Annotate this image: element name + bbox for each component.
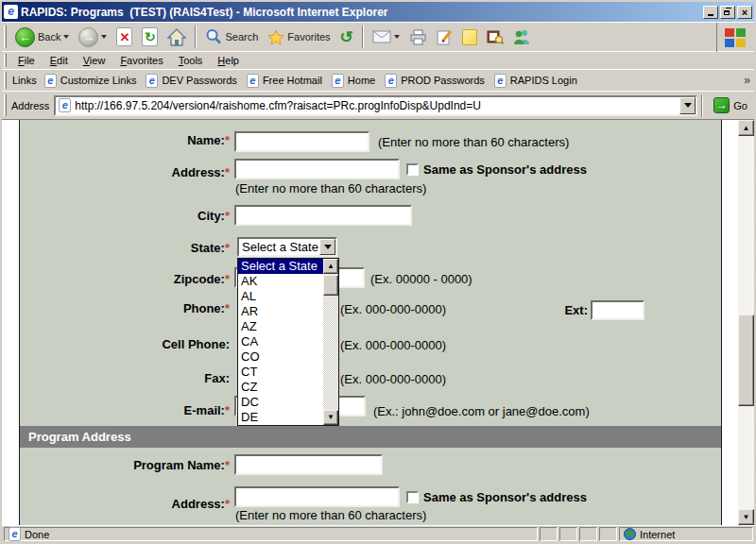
refresh-button[interactable]: ↻ (137, 25, 163, 50)
home-button[interactable] (163, 25, 191, 50)
name-hint: (Enter no more than 60 characters) (378, 135, 569, 149)
state-option[interactable]: Select a State (238, 259, 323, 274)
same-as-sponsor-label: Same as Sponsor's address (423, 162, 587, 177)
close-button[interactable]: × (737, 6, 752, 19)
zipcode-hint: (Ex. 00000 - 0000) (370, 272, 472, 286)
restore-icon (724, 10, 730, 15)
linksbar-grab-handle[interactable] (4, 72, 7, 89)
search-label: Search (225, 31, 258, 42)
state-option[interactable]: AK (238, 274, 323, 289)
menu-help[interactable]: Help (210, 53, 247, 68)
discuss-button[interactable] (457, 25, 482, 50)
link-dev-passwords[interactable]: eDEV Passwords (144, 74, 244, 88)
scroll-down-button[interactable]: ▼ (323, 410, 338, 425)
favorites-button[interactable]: Favorites (263, 25, 335, 50)
menu-favorites[interactable]: Favorites (112, 53, 170, 68)
scroll-up-button[interactable]: ▲ (323, 259, 338, 274)
same-as-sponsor-checkbox-2[interactable] (406, 491, 419, 503)
forward-icon: → (78, 27, 98, 47)
back-button[interactable]: ← Back (10, 25, 74, 50)
chevron-down-icon (324, 245, 332, 249)
phone-hint: (Ex. 000-000-0000) (340, 302, 446, 316)
menu-tools[interactable]: Tools (171, 53, 211, 68)
address-input[interactable] (234, 159, 400, 179)
globe-icon (624, 528, 636, 540)
menubar-grab-handle[interactable] (4, 54, 7, 67)
ie-page-icon: e (332, 74, 344, 88)
minimize-button[interactable] (703, 6, 718, 19)
program-form: Name:* (Enter no more than 60 characters… (19, 120, 722, 525)
history-button[interactable]: ↺ (335, 25, 358, 50)
ie-page-icon: e (494, 74, 507, 88)
search-button[interactable]: Search (200, 25, 263, 50)
mail-icon (372, 30, 391, 43)
zipcode-label: Zipcode:* (20, 272, 230, 286)
state-option[interactable]: CZ (238, 380, 323, 395)
stop-button[interactable]: ✕ (112, 25, 137, 50)
edit-button[interactable] (432, 25, 457, 50)
menu-bar: File Edit View Favorites Tools Help (2, 51, 754, 69)
same-as-sponsor-label-2: Same as Sponsor's address (423, 490, 587, 504)
ie-page-icon: e (9, 527, 21, 541)
program-name-input[interactable] (234, 454, 383, 475)
back-dropdown-icon (63, 35, 69, 39)
ext-label: Ext: (511, 303, 588, 317)
links-overflow-chevron[interactable]: » (740, 74, 754, 87)
city-input[interactable] (234, 205, 412, 226)
state-option[interactable]: CT (238, 365, 323, 380)
windows-logo-icon (724, 26, 747, 48)
page-scrollbar[interactable]: ▲ ▼ (738, 120, 754, 525)
scroll-up-button[interactable]: ▲ (738, 120, 754, 136)
state-select-arrow-button[interactable] (319, 239, 335, 255)
state-option[interactable]: AZ (238, 319, 323, 334)
go-button[interactable]: → Go (707, 97, 754, 113)
city-label: City:* (20, 209, 230, 223)
home-icon (167, 28, 186, 46)
state-option[interactable]: DC (238, 395, 323, 410)
link-free-hotmail[interactable]: eFree Hotmail (245, 74, 330, 88)
forward-button[interactable]: → (74, 25, 112, 50)
print-button[interactable] (404, 25, 432, 50)
mail-button[interactable] (368, 25, 404, 50)
state-option[interactable]: AL (238, 289, 323, 304)
stop-icon: ✕ (116, 27, 132, 46)
state-select[interactable]: Select a State (237, 237, 337, 257)
cell-phone-hint: (Ex. 000-000-0000) (340, 338, 446, 352)
edit-icon (437, 29, 453, 45)
restore-button[interactable] (720, 6, 735, 19)
name-input[interactable] (234, 131, 369, 152)
back-icon: ← (15, 27, 35, 47)
state-option[interactable]: CA (238, 334, 323, 349)
addressbar-grab-handle[interactable] (4, 94, 7, 116)
address-field[interactable]: e http://166.97.5.204/version4/raishome.… (54, 95, 697, 116)
research-button[interactable] (482, 25, 508, 50)
same-as-sponsor-checkbox[interactable] (406, 163, 419, 176)
scrollbar-thumb[interactable] (323, 275, 338, 296)
scrollbar-thumb[interactable] (738, 314, 754, 406)
address-dropdown-button[interactable] (679, 97, 696, 114)
state-option[interactable]: CO (238, 349, 323, 365)
link-prod-passwords[interactable]: ePROD Passwords (383, 74, 492, 88)
toolbar-grab-handle[interactable] (4, 26, 7, 48)
ie-page-icon: e (59, 98, 71, 112)
status-cell (579, 527, 597, 541)
menu-view[interactable]: View (76, 53, 113, 68)
link-rapids-login[interactable]: eRAPIDS Login (492, 74, 585, 88)
state-list-scrollbar[interactable]: ▲ ▼ (323, 259, 338, 425)
toolbar-separator (195, 26, 197, 48)
program-address-input[interactable] (234, 486, 400, 507)
menu-edit[interactable]: Edit (43, 53, 76, 68)
program-address-label: Address:* (20, 497, 230, 511)
state-option-list: Select a StateAKALARAZCACOCTCZDCDE (238, 259, 323, 425)
link-customize-links[interactable]: eCustomize Links (43, 74, 145, 88)
toolbar-separator (362, 26, 364, 48)
ext-input[interactable] (591, 300, 644, 320)
menu-file[interactable]: File (10, 53, 43, 68)
link-home[interactable]: eHome (330, 74, 383, 88)
state-option[interactable]: AR (238, 304, 323, 319)
state-option[interactable]: DE (238, 410, 323, 425)
messenger-button[interactable] (508, 25, 536, 50)
scroll-down-button[interactable]: ▼ (738, 509, 754, 525)
forward-dropdown-icon (101, 35, 107, 39)
address-url[interactable]: http://166.97.5.204/version4/raishome.cf… (75, 99, 676, 112)
